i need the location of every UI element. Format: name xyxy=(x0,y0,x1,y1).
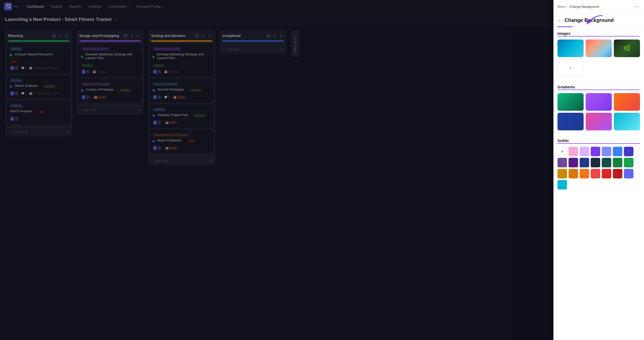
close-icon: × xyxy=(635,5,637,9)
solids-section-title: Solids xyxy=(557,138,640,144)
forest-preview xyxy=(614,40,640,57)
panel-close-button[interactable]: × xyxy=(633,3,640,10)
gradients-grid xyxy=(557,93,640,130)
gradient-pink[interactable] xyxy=(586,113,612,130)
solid-swatch-7[interactable] xyxy=(557,158,567,167)
ocean-preview xyxy=(557,40,584,57)
solid-swatch-9[interactable] xyxy=(580,158,589,167)
breadcrumb: Menu • Change Background xyxy=(557,5,599,9)
gradient-orange[interactable] xyxy=(614,93,640,111)
gradients-underline xyxy=(557,90,640,90)
solid-swatch-14[interactable] xyxy=(557,169,567,178)
board-overlay[interactable] xyxy=(0,0,553,340)
panel-title: Change Background xyxy=(565,17,614,23)
image-ocean[interactable] xyxy=(557,40,584,57)
solid-swatch-18[interactable] xyxy=(602,169,611,178)
change-background-panel: Menu • Change Background × ← Change Back… xyxy=(553,0,644,340)
solid-swatch-6[interactable] xyxy=(624,147,633,156)
image-grid: + xyxy=(557,40,640,77)
solid-swatch-10[interactable] xyxy=(591,158,600,167)
breadcrumb-menu-link[interactable]: Menu xyxy=(557,5,566,9)
image-upload-button[interactable]: + xyxy=(557,59,584,77)
gradient-green[interactable] xyxy=(557,93,584,111)
solid-swatch-3[interactable] xyxy=(591,147,600,156)
images-section: Images + xyxy=(553,27,644,81)
solid-swatch-1[interactable] xyxy=(569,147,578,156)
gradients-section: Gradients xyxy=(553,81,644,134)
gradients-section-title: Gradients xyxy=(557,85,640,90)
panel-header: ← Change Background xyxy=(553,13,644,25)
solid-swatch-15[interactable] xyxy=(569,169,578,178)
back-arrow-icon: ← xyxy=(557,18,562,23)
solid-swatch-21[interactable] xyxy=(557,180,567,190)
solid-swatch-19[interactable] xyxy=(613,169,622,178)
solid-swatch-17[interactable] xyxy=(591,169,600,178)
solid-swatch-11[interactable] xyxy=(602,158,611,167)
images-underline xyxy=(557,36,640,36)
solids-section: Solids xyxy=(553,134,644,194)
sunset-preview xyxy=(586,40,612,57)
solid-swatch-16[interactable] xyxy=(580,169,589,178)
panel-topbar: Menu • Change Background × xyxy=(553,0,644,13)
solid-swatch-8[interactable] xyxy=(569,158,578,167)
solid-swatch-12[interactable] xyxy=(613,158,622,167)
solids-underline xyxy=(557,143,640,144)
plus-icon: + xyxy=(569,65,572,71)
gradient-cyan[interactable] xyxy=(614,113,640,130)
solid-swatch-13[interactable] xyxy=(624,158,633,167)
solid-swatch-2[interactable] xyxy=(580,147,589,156)
images-section-title: Images xyxy=(557,31,640,36)
solids-grid xyxy=(557,147,640,190)
panel-back-button[interactable]: ← xyxy=(557,18,562,23)
solid-swatch-5[interactable] xyxy=(613,147,622,156)
image-sunset[interactable] xyxy=(586,40,612,57)
solid-swatch-20[interactable] xyxy=(624,169,633,178)
gradient-purple[interactable] xyxy=(586,93,612,111)
solid-swatch-4[interactable] xyxy=(602,147,611,156)
solid-swatch-0[interactable] xyxy=(557,147,567,156)
breadcrumb-current-label: Change Background xyxy=(569,5,599,9)
breadcrumb-separator: • xyxy=(567,6,568,8)
image-forest[interactable] xyxy=(614,40,640,57)
gradient-blue-dark[interactable] xyxy=(557,113,584,130)
